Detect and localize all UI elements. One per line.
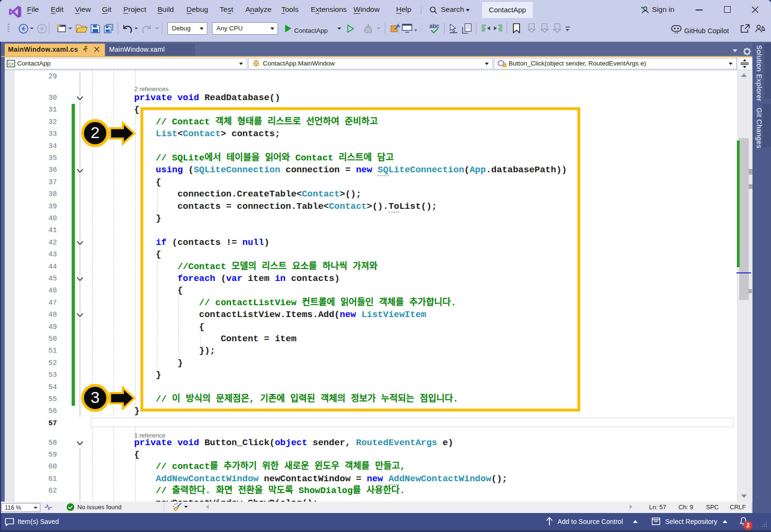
svg-text:C#: C#: [8, 62, 14, 66]
